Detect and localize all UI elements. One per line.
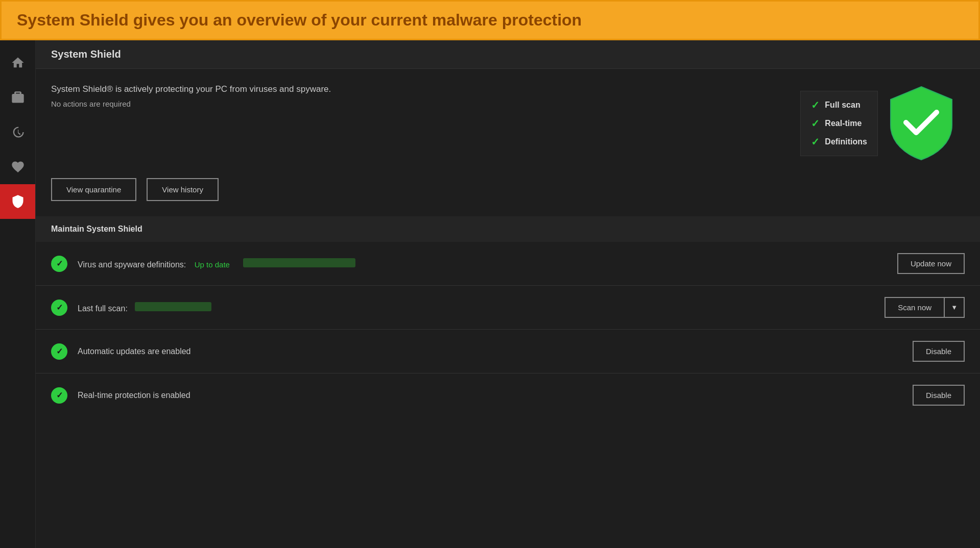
status-section: System Shield® is actively protecting yo… — [36, 69, 980, 173]
disable-auto-updates-button[interactable]: Disable — [913, 341, 965, 362]
last-scan-label: Last full scan: — [78, 302, 885, 313]
page-header: System Shield — [36, 40, 980, 69]
check-label-fullscan: Full scan — [825, 101, 860, 110]
status-text-block: System Shield® is actively protecting yo… — [51, 84, 800, 108]
scan-now-button[interactable]: Scan now — [885, 297, 944, 318]
definitions-blurred-bar — [243, 258, 355, 267]
auto-updates-row: ✓ Automatic updates are enabled Disable — [36, 330, 980, 373]
update-now-button[interactable]: Update now — [897, 253, 965, 274]
disable-realtime-button[interactable]: Disable — [913, 385, 965, 406]
maintain-section-header: Maintain System Shield — [36, 216, 980, 242]
shield-block: ✓ Full scan ✓ Real-time ✓ Definitions — [800, 84, 954, 163]
auto-updates-label: Automatic updates are enabled — [78, 347, 913, 356]
status-sub-text: No actions are required — [51, 99, 800, 108]
sidebar-item-work[interactable] — [0, 80, 35, 115]
check-icon-fullscan: ✓ — [811, 99, 820, 111]
check-full-scan: ✓ Full scan — [811, 99, 867, 111]
realtime-label: Real-time protection is enabled — [78, 391, 913, 400]
top-banner: System Shield gives you an overview of y… — [0, 0, 980, 40]
realtime-row: ✓ Real-time protection is enabled Disabl… — [36, 373, 980, 417]
home-icon — [11, 56, 25, 70]
checks-list: ✓ Full scan ✓ Real-time ✓ Definitions — [800, 91, 878, 156]
check-label-realtime: Real-time — [825, 119, 862, 128]
shield-graphic — [888, 84, 954, 163]
sidebar — [0, 40, 36, 548]
check-icon-realtime: ✓ — [811, 117, 820, 130]
check-label-definitions: Definitions — [825, 137, 867, 146]
shield-svg — [888, 84, 954, 161]
sidebar-item-home[interactable] — [0, 45, 35, 80]
view-history-button[interactable]: View history — [147, 178, 219, 201]
auto-updates-check-icon: ✓ — [51, 343, 67, 360]
definitions-label-text: Virus and spyware definitions: — [78, 260, 186, 269]
clock-icon — [11, 125, 25, 139]
check-icon-definitions: ✓ — [811, 136, 820, 148]
definitions-row: ✓ Virus and spyware definitions: Up to d… — [36, 242, 980, 286]
buttons-row: View quarantine View history — [36, 173, 980, 216]
last-scan-check-icon: ✓ — [51, 300, 67, 316]
main-layout: System Shield System Shield® is actively… — [0, 40, 980, 548]
heart-icon — [11, 160, 25, 174]
view-quarantine-button[interactable]: View quarantine — [51, 178, 136, 201]
content-area: System Shield System Shield® is actively… — [36, 40, 980, 548]
briefcase-icon — [11, 90, 25, 105]
scan-now-split-button: Scan now ▼ — [885, 297, 965, 318]
definitions-value: Up to date — [195, 260, 230, 269]
last-scan-label-text: Last full scan: — [78, 304, 128, 313]
realtime-check-icon: ✓ — [51, 387, 67, 404]
maintain-title: Maintain System Shield — [51, 225, 142, 233]
shield-icon — [11, 194, 25, 209]
sidebar-item-history[interactable] — [0, 115, 35, 150]
sidebar-item-shield[interactable] — [0, 184, 35, 219]
last-scan-blurred-bar — [135, 302, 211, 311]
status-main-text: System Shield® is actively protecting yo… — [51, 84, 800, 94]
scan-now-dropdown-button[interactable]: ▼ — [944, 297, 965, 318]
page-title: System Shield — [51, 48, 121, 60]
last-scan-row: ✓ Last full scan: Scan now ▼ — [36, 286, 980, 330]
check-definitions: ✓ Definitions — [811, 136, 867, 148]
definitions-label: Virus and spyware definitions: Up to dat… — [78, 258, 897, 269]
check-realtime: ✓ Real-time — [811, 117, 867, 130]
sidebar-item-health[interactable] — [0, 150, 35, 184]
definitions-check-icon: ✓ — [51, 256, 67, 272]
banner-text: System Shield gives you an overview of y… — [17, 11, 582, 30]
